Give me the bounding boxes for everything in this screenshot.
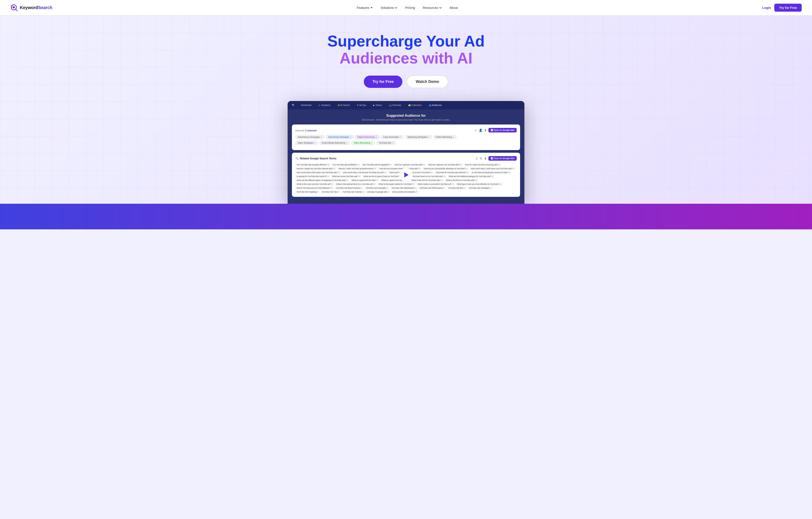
login-button[interactable]: Login <box>762 6 771 9</box>
tag-digital-advertising[interactable]: Digital Advertising ✕ <box>355 135 379 139</box>
chevron-down-icon <box>439 6 442 9</box>
search-term-item[interactable]: What is the KPI for YouTube ads? ↗ <box>410 179 444 182</box>
search-term-item[interactable]: How much does 1,000 views cost YouTube a… <box>469 167 516 170</box>
arrow-icon: ↗ <box>460 164 462 166</box>
search-term-item[interactable]: What is the most common YouTube ad? ↗ <box>295 183 334 185</box>
hero-section: Supercharge Your Ad Audiences with AI Tr… <box>0 16 812 204</box>
arrow-icon: ↗ <box>500 183 501 185</box>
search-term-item[interactable]: What is the ROI on YouTube ads? ↗ <box>445 179 478 182</box>
tag-video-advertising[interactable]: Video Advertising ✕ <box>351 141 375 145</box>
app-nav-items: Dashboard 🎓 Academy ✨ AI Search 👁 Ad Spy… <box>299 103 443 107</box>
search-term-item[interactable]: Are YouTube ads actually effective? ↗ <box>295 163 331 166</box>
arrow-icon: ↗ <box>331 183 333 185</box>
app-nav-dashboard[interactable]: Dashboard <box>299 103 313 107</box>
search-term-item[interactable]: How much does a 30 second YouTube ad cos… <box>342 171 387 174</box>
app-nav-videos[interactable]: ▶ Videos <box>371 103 384 107</box>
arrow-icon: ↗ <box>359 175 360 177</box>
search-term-item[interactable]: What is the optimal time for a YouTube a… <box>335 183 377 185</box>
search-term-item[interactable]: Which YouTube ads are most effective? ↗ <box>295 186 334 190</box>
tag-lead-generation[interactable]: Lead Generation ✕ <box>381 135 404 139</box>
sync-to-google-ads-button[interactable]: 📊 Sync to Google Ads <box>489 128 517 133</box>
search-term-item[interactable]: YouTube Ads Best Practices ↗ <box>335 186 364 190</box>
search-term-item[interactable]: Is paying for YouTube ads worth it? ↗ <box>295 175 330 178</box>
tag-advertising-campaigns[interactable]: Advertising Campaigns ✕ <box>295 135 325 139</box>
nav-resources[interactable]: Resources <box>423 6 442 9</box>
nav-pricing[interactable]: Pricing <box>405 6 415 9</box>
svg-line-2 <box>16 9 17 11</box>
search-terms-card: 🔍 Related Google Search Terms ✓ ↻ ⬇ 📊 Sy… <box>292 153 520 197</box>
search-terms-title: 🔍 Related Google Search Terms <box>295 157 337 160</box>
tag-sales-strategies[interactable]: Sales Strategies ✕ <box>295 141 318 145</box>
search-term-item[interactable]: YouTube Ads Performance ↗ <box>418 186 446 190</box>
suggested-audience-title: Suggested Audience for <box>292 114 520 118</box>
arrow-icon: ↗ <box>389 164 391 166</box>
search-term-item[interactable]: How do I target my YouTube channel ads? … <box>295 167 336 170</box>
hero-try-button[interactable]: Try for Free <box>364 76 402 88</box>
search-term-item[interactable]: How do I optimize my YouTube ads? ↗ <box>427 163 463 166</box>
app-nav-ai-search[interactable]: ✨ AI Search <box>336 103 351 107</box>
interests-label: Interests 3 selected <box>295 128 316 132</box>
search-term-item[interactable]: What makes a successful YouTube ad? ↗ <box>416 183 455 185</box>
search-term-item[interactable]: YouTube Ads Tutorials ↗ <box>341 191 365 193</box>
nav-features[interactable]: Features <box>357 6 373 9</box>
hero-title-line1: Supercharge Your Ad <box>327 32 485 50</box>
search-term-item[interactable]: YouTube Ads Strategies ↗ <box>468 186 493 190</box>
app-nav-collections[interactable]: 📁 Collections <box>406 103 424 107</box>
app-preview: 🔍 Dashboard 🎓 Academy ✨ AI Search 👁 Ad S… <box>288 101 524 204</box>
app-nav-channels[interactable]: 📺 Channels <box>387 103 403 107</box>
search-term-item[interactable]: YouTube Ads Examples ↗ <box>365 186 389 190</box>
search-term-item[interactable]: How much does 1000 views cost YouTube ad… <box>295 171 341 174</box>
nav-solutions[interactable]: Solutions <box>381 6 397 9</box>
nav-about[interactable]: About <box>450 6 458 9</box>
arrow-icon: ↗ <box>375 168 376 170</box>
hero-title: Supercharge Your Ad Audiences with AI <box>309 33 503 67</box>
play-button[interactable] <box>399 168 413 182</box>
tag-advertising-strategies[interactable]: Advertising Strategies ✕ <box>326 135 354 139</box>
search-term-item[interactable]: Can YouTube ads be targeted? ↗ <box>361 163 393 166</box>
hero-demo-button[interactable]: Watch Demo <box>407 76 448 88</box>
search-terms-header: 🔍 Related Google Search Terms ✓ ↻ ⬇ 📊 Sy… <box>295 156 517 161</box>
sync-search-terms-button[interactable]: 📊 Sync to Google Ads <box>489 156 517 161</box>
download-icon: ⬇ <box>484 128 487 132</box>
app-nav-academy[interactable]: 🎓 Academy <box>317 103 332 107</box>
search-term-item[interactable]: How do I stop YouTube annoying ads? ↗ <box>464 163 501 166</box>
search-term-item[interactable]: YouTube Ads Optimization ↗ <box>390 186 417 190</box>
svg-point-1 <box>13 6 15 8</box>
logo[interactable]: KeywordSearch <box>10 4 52 11</box>
nav-links: Features Solutions Pricing Resources Abo… <box>357 6 458 9</box>
search-term-item[interactable]: How do you successfully advertise on You… <box>423 167 469 170</box>
app-nav-audiences[interactable]: 👥 Audiences <box>427 103 443 107</box>
search-terms-actions: ✓ ↻ ⬇ 📊 Sync to Google Ads <box>475 156 517 161</box>
app-nav-ad-spy[interactable]: 👁 Ad Spy <box>355 103 368 107</box>
search-term-item[interactable]: What is a good ROI for ads? ↗ <box>350 179 379 182</box>
search-term-item[interactable]: Is YouTube increasing the amount of ads?… <box>471 171 511 174</box>
try-for-free-button[interactable]: Try for Free <box>774 4 802 11</box>
search-term-item[interactable]: YouTube Ads ROI ↗ <box>447 186 466 190</box>
tag-youtube-ads[interactable]: YouTube Ads ✕ <box>376 141 396 145</box>
search-term-item[interactable]: How well do YouTube ads perform? ↗ <box>435 171 470 174</box>
search-term-item[interactable]: YouTube Ads Targeting ↗ <box>295 191 320 193</box>
search-term-item[interactable]: YouTube Ads Tips ↗ <box>321 191 341 193</box>
search-term-item[interactable]: average roi google ads ↗ <box>366 191 390 193</box>
tag-social-media-advertising[interactable]: Social Media Advertising ✕ <box>319 141 350 145</box>
search-term-item[interactable]: What are the 6 types of ads on YouTube? … <box>362 175 402 178</box>
tag-marketing-strategies[interactable]: Marketing Strategies ✕ <box>405 135 432 139</box>
arrow-icon: ↗ <box>419 168 420 170</box>
interests-card-header: Interests 3 selected ✓ 👤 ⬇ 📊 Syn <box>295 128 517 133</box>
search-term-item[interactable]: How do I optimize YouTube ads? ↗ <box>393 163 426 166</box>
search-term-item[interactable]: What are the bidding strategies for YouT… <box>447 175 494 178</box>
search-term-item[interactable]: How do I track YouTube ad performance? ↗ <box>337 167 377 170</box>
app-search[interactable]: 🔍 <box>292 104 295 107</box>
arrow-icon: ↗ <box>384 172 386 174</box>
search-term-item[interactable]: How do you increase views on YouTube ads… <box>378 167 422 170</box>
search-term-item[interactable]: What are some YouTube ads? ↗ <box>331 175 361 178</box>
search-term-item[interactable]: What is the target market for YouTube? ↗ <box>377 183 415 185</box>
tag-online-marketing[interactable]: Online Marketing ✕ <box>433 135 457 139</box>
search-term-item[interactable]: Are YouTube ads profitable? ↗ <box>331 163 360 166</box>
arrow-icon: ↗ <box>317 191 318 193</box>
search-term-item[interactable]: What are the different types of targetin… <box>295 179 349 182</box>
arrow-icon: ↗ <box>357 164 359 166</box>
search-term-item[interactable]: best youtube ad examples ↗ <box>391 191 418 193</box>
search-term-item[interactable]: What type of ads are most effective on Y… <box>456 183 502 185</box>
arrow-icon: ↗ <box>443 187 444 189</box>
